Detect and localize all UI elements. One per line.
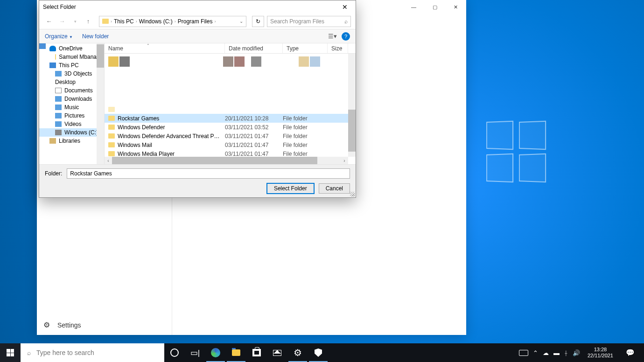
file-row[interactable]	[105, 105, 348, 114]
start-button[interactable]	[0, 343, 21, 362]
windows-logo-wallpaper	[485, 121, 551, 187]
tree-item[interactable]: Documents	[39, 86, 104, 95]
edge-icon	[211, 348, 220, 357]
search-input[interactable]: Search Program Files ⌕	[267, 16, 351, 27]
file-list-scrollbar[interactable]	[348, 54, 356, 157]
dialog-close-button[interactable]: ✕	[338, 3, 352, 11]
column-size[interactable]: Size	[328, 43, 348, 53]
tray-battery-icon[interactable]: ▬	[553, 349, 560, 356]
scroll-right-button[interactable]: ›	[341, 158, 348, 163]
tray-wifi-icon[interactable]: ⟊	[564, 349, 568, 356]
system-tray: ⌃ ☁ ▬ ⟊ 🔊 13:28 22/11/2021 💬	[514, 347, 644, 359]
breadcrumb-item[interactable]: This PC›	[114, 18, 137, 25]
select-folder-button[interactable]: Select Folder	[267, 183, 314, 194]
task-view-button[interactable]: ▭|	[185, 343, 205, 362]
scroll-left-button[interactable]: ‹	[105, 158, 112, 163]
settings-nav-item[interactable]: ⚙ Settings	[43, 320, 81, 329]
breadcrumb-bar[interactable]: › This PC› Windows (C:)› Program Files› …	[99, 16, 246, 27]
sort-indicator: ⌃	[147, 43, 150, 48]
tree-item[interactable]: Music	[39, 103, 104, 111]
tray-volume-icon[interactable]: 🔊	[573, 349, 580, 356]
tree-scrollbar[interactable]	[97, 43, 104, 164]
tree-item[interactable]: Downloads	[39, 95, 104, 103]
videos-icon	[55, 121, 62, 127]
maximize-button[interactable]: ▢	[424, 0, 445, 14]
cortana-button[interactable]	[164, 343, 185, 362]
file-list-header[interactable]: Name⌃ Date modified Type Size	[105, 43, 356, 54]
breadcrumb-item[interactable]: Windows (C:)›	[139, 18, 176, 25]
user-icon	[55, 54, 56, 60]
back-button[interactable]: ←	[44, 18, 54, 25]
file-name: Windows Mail	[118, 142, 225, 148]
tree-item-label: Windows (C:)	[64, 129, 98, 136]
scrollbar-thumb[interactable]	[348, 110, 356, 152]
forward-button[interactable]: →	[57, 18, 67, 25]
taskbar-clock[interactable]: 13:28 22/11/2021	[585, 347, 616, 359]
scrollbar-thumb[interactable]	[97, 44, 104, 68]
taskbar-app-edge[interactable]	[205, 343, 226, 362]
organize-menu[interactable]: Organize ▼	[45, 33, 73, 40]
shield-icon	[315, 348, 322, 357]
folder-name-input[interactable]	[67, 168, 350, 179]
tree-item-label: Samuel Mbanasc	[59, 54, 102, 60]
taskbar-app-security[interactable]	[308, 343, 329, 362]
folder-tree[interactable]: OneDriveSamuel MbanascThis PC3D ObjectsD…	[39, 43, 105, 164]
close-button[interactable]: ✕	[445, 0, 466, 14]
file-row[interactable]: Windows Defender03/11/2021 03:52File fol…	[105, 123, 348, 132]
file-date: 03/11/2021 03:52	[225, 124, 283, 131]
recent-dropdown[interactable]: ▾	[70, 19, 80, 24]
minimize-button[interactable]: —	[403, 0, 424, 14]
tree-item[interactable]: Libraries	[39, 137, 104, 145]
libs-icon	[49, 138, 56, 144]
task-view-icon: ▭|	[190, 348, 200, 358]
circle-icon	[170, 348, 179, 357]
folder-icon	[108, 133, 115, 139]
file-row[interactable]: Rockstar Games20/11/2021 10:28File folde…	[105, 114, 348, 123]
tree-item-label: This PC	[59, 62, 79, 69]
taskbar-search[interactable]: ⌕ Type here to search	[21, 343, 164, 362]
up-button[interactable]: ↑	[83, 18, 93, 25]
taskbar-app-mail[interactable]	[267, 343, 287, 362]
scrollbar-thumb[interactable]	[112, 157, 317, 164]
breadcrumb-item[interactable]: Program Files›	[178, 18, 216, 25]
new-folder-button[interactable]: New folder	[82, 33, 109, 40]
action-center-button[interactable]: 💬	[621, 348, 639, 357]
taskbar-app-settings[interactable]: ⚙	[287, 343, 308, 362]
view-options-button[interactable]: ☰▾	[328, 33, 337, 40]
chevron-right-icon: ›	[111, 19, 112, 24]
taskbar-app-store[interactable]	[246, 343, 267, 362]
file-row[interactable]: Windows Defender Advanced Threat Pro...0…	[105, 132, 348, 140]
tree-item[interactable]: Pictures	[39, 111, 104, 120]
tree-item[interactable]: 3D Objects	[39, 70, 104, 78]
tree-item[interactable]: Desktop	[39, 78, 104, 86]
column-type[interactable]: Type	[283, 43, 328, 53]
refresh-button[interactable]: ↻	[252, 16, 264, 27]
touch-keyboard-button[interactable]	[519, 350, 528, 356]
file-type: File folder	[283, 133, 328, 139]
tree-item[interactable]: Samuel Mbanasc	[39, 53, 104, 61]
breadcrumb-dropdown[interactable]: ⌄	[239, 19, 243, 24]
file-type: File folder	[283, 124, 328, 131]
column-name[interactable]: Name⌃	[105, 43, 225, 53]
tree-item[interactable]: Windows (C:)	[39, 128, 104, 137]
file-row[interactable]: Windows Mail03/11/2021 01:47File folder	[105, 140, 348, 149]
tree-item[interactable]: Videos	[39, 120, 104, 128]
taskbar-app-explorer[interactable]	[226, 343, 246, 362]
help-button[interactable]: ?	[342, 32, 350, 41]
column-date[interactable]: Date modified	[225, 43, 283, 53]
cancel-button[interactable]: Cancel	[319, 183, 350, 194]
dialog-title: Select Folder	[43, 4, 76, 10]
music-icon	[55, 104, 62, 110]
resize-grip[interactable]	[350, 192, 355, 196]
folder-icon	[108, 125, 115, 130]
file-name: Windows Defender Advanced Threat Pro...	[118, 133, 225, 139]
tree-item[interactable]: This PC	[39, 61, 104, 70]
tray-chevron-up[interactable]: ⌃	[533, 349, 538, 356]
tree-item-label: Downloads	[64, 96, 92, 102]
horizontal-scrollbar[interactable]: ‹ ›	[105, 157, 348, 164]
tree-item[interactable]: OneDrive	[39, 44, 104, 53]
tree-item-label: OneDrive	[59, 45, 83, 52]
search-icon: ⌕	[344, 18, 348, 25]
tree-item-label: Pictures	[64, 112, 84, 119]
tray-onedrive-icon[interactable]: ☁	[543, 349, 549, 356]
